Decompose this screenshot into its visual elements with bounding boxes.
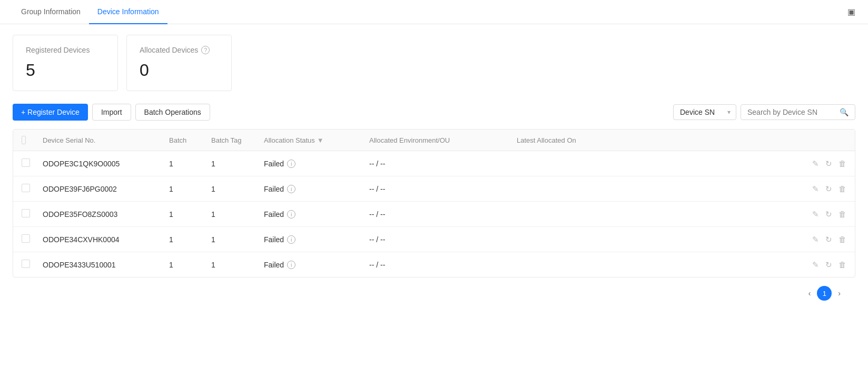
row-status-4: Failed i xyxy=(255,261,361,269)
row-actions-1: ✎ ↻ 🗑 xyxy=(614,184,855,194)
chevron-down-icon: ▾ xyxy=(727,108,731,116)
register-device-button[interactable]: + Register Device xyxy=(13,104,88,121)
stats-row: Registered Devices 5 Allocated Devices ?… xyxy=(13,35,855,91)
registered-devices-label: Registered Devices xyxy=(26,46,105,54)
edit-icon-2[interactable]: ✎ xyxy=(812,210,819,219)
row-batch-tag-3: 1 xyxy=(203,235,255,244)
row-checkbox-1[interactable] xyxy=(22,184,30,192)
row-checkbox-4[interactable] xyxy=(22,260,30,268)
search-icon: 🔍 xyxy=(840,108,849,116)
row-serial-2: ODOPE35FO8ZS0003 xyxy=(34,210,161,219)
col-serial: Device Serial No. xyxy=(34,136,161,144)
table-row: ODOPE39FJ6PG0002 1 1 Failed i -- / -- ✎ … xyxy=(13,176,855,202)
row-batch-tag-4: 1 xyxy=(203,261,255,269)
main-content: Registered Devices 5 Allocated Devices ?… xyxy=(0,24,868,320)
settings-icon[interactable]: ▣ xyxy=(847,7,855,17)
refresh-icon-0[interactable]: ↻ xyxy=(825,159,832,168)
search-filter-label: Device SN xyxy=(680,108,715,116)
row-checkbox-cell xyxy=(13,234,34,244)
page-1-button[interactable]: 1 xyxy=(817,286,832,301)
table-header: Device Serial No. Batch Batch Tag Alloca… xyxy=(13,130,855,151)
refresh-icon-1[interactable]: ↻ xyxy=(825,184,832,194)
refresh-icon-4[interactable]: ↻ xyxy=(825,260,832,270)
row-status-2: Failed i xyxy=(255,210,361,219)
row-checkbox-cell xyxy=(13,209,34,219)
delete-icon-4[interactable]: 🗑 xyxy=(839,260,846,269)
tabs-bar: Group Information Device Information ▣ xyxy=(0,0,868,24)
allocated-devices-label: Allocated Devices ? xyxy=(140,46,219,54)
row-checkbox-2[interactable] xyxy=(22,209,30,217)
row-serial-4: ODOPE3433U510001 xyxy=(34,261,161,269)
col-batch: Batch xyxy=(161,136,203,144)
allocated-info-icon[interactable]: ? xyxy=(201,46,210,54)
col-checkbox xyxy=(13,136,34,144)
search-input[interactable] xyxy=(747,108,840,116)
next-page-button[interactable]: › xyxy=(836,289,843,297)
pagination: ‹ 1 › xyxy=(13,277,855,309)
row-checkbox-3[interactable] xyxy=(22,234,30,243)
row-batch-tag-2: 1 xyxy=(203,210,255,219)
header-checkbox[interactable] xyxy=(22,136,26,144)
col-alloc-env: Allocated Environment/OU xyxy=(361,136,508,144)
toolbar: + Register Device Import Batch Operation… xyxy=(13,104,855,121)
search-box: 🔍 xyxy=(741,104,855,120)
row-actions-2: ✎ ↻ 🗑 xyxy=(614,210,855,219)
table-row: ODOPE35FO8ZS0003 1 1 Failed i -- / -- ✎ … xyxy=(13,202,855,227)
col-alloc-status: Allocation Status ▼ xyxy=(255,136,361,144)
import-button[interactable]: Import xyxy=(92,104,131,121)
row-serial-0: ODOPE3C1QK9O0005 xyxy=(34,160,161,168)
status-info-icon-3[interactable]: i xyxy=(287,235,295,244)
stat-card-registered: Registered Devices 5 xyxy=(13,35,118,91)
row-checkbox-cell xyxy=(13,158,34,168)
delete-icon-2[interactable]: 🗑 xyxy=(839,210,846,219)
col-batch-tag: Batch Tag xyxy=(203,136,255,144)
device-table: Device Serial No. Batch Batch Tag Alloca… xyxy=(13,129,855,277)
refresh-icon-2[interactable]: ↻ xyxy=(825,210,832,219)
row-env-4: -- / -- xyxy=(361,261,508,269)
edit-icon-0[interactable]: ✎ xyxy=(812,159,819,168)
row-batch-2: 1 xyxy=(161,210,203,219)
row-env-2: -- / -- xyxy=(361,210,508,219)
prev-page-button[interactable]: ‹ xyxy=(806,289,813,297)
row-actions-3: ✎ ↻ 🗑 xyxy=(614,235,855,244)
table-body: ODOPE3C1QK9O0005 1 1 Failed i -- / -- ✎ … xyxy=(13,151,855,277)
tab-group-information[interactable]: Group Information xyxy=(13,0,89,24)
batch-operations-button[interactable]: Batch Operations xyxy=(135,104,210,121)
delete-icon-3[interactable]: 🗑 xyxy=(839,235,846,244)
search-filter-select[interactable]: Device SN ▾ xyxy=(673,104,736,120)
row-actions-0: ✎ ↻ 🗑 xyxy=(614,159,855,168)
row-batch-1: 1 xyxy=(161,185,203,193)
status-info-icon-0[interactable]: i xyxy=(287,160,295,168)
row-batch-4: 1 xyxy=(161,261,203,269)
tab-device-information[interactable]: Device Information xyxy=(89,0,167,24)
row-batch-tag-1: 1 xyxy=(203,185,255,193)
row-env-3: -- / -- xyxy=(361,235,508,244)
table-row: ODOPE3C1QK9O0005 1 1 Failed i -- / -- ✎ … xyxy=(13,151,855,176)
row-batch-tag-0: 1 xyxy=(203,160,255,168)
row-checkbox-0[interactable] xyxy=(22,158,30,167)
stat-card-allocated: Allocated Devices ? 0 xyxy=(126,35,232,91)
edit-icon-4[interactable]: ✎ xyxy=(812,260,819,270)
allocated-devices-value: 0 xyxy=(140,61,219,80)
col-actions xyxy=(614,136,855,144)
row-env-0: -- / -- xyxy=(361,160,508,168)
status-info-icon-2[interactable]: i xyxy=(287,210,295,219)
row-checkbox-cell xyxy=(13,184,34,194)
edit-icon-3[interactable]: ✎ xyxy=(812,235,819,244)
edit-icon-1[interactable]: ✎ xyxy=(812,184,819,194)
table-row: ODOPE3433U510001 1 1 Failed i -- / -- ✎ … xyxy=(13,252,855,277)
alloc-status-filter-icon[interactable]: ▼ xyxy=(317,136,324,144)
registered-devices-value: 5 xyxy=(26,61,105,80)
row-serial-1: ODOPE39FJ6PG0002 xyxy=(34,185,161,193)
status-info-icon-1[interactable]: i xyxy=(287,185,295,193)
delete-icon-0[interactable]: 🗑 xyxy=(839,159,846,168)
col-latest-alloc: Latest Allocated On xyxy=(508,136,614,144)
delete-icon-1[interactable]: 🗑 xyxy=(839,184,846,193)
table-row: ODOPE34CXVHK0004 1 1 Failed i -- / -- ✎ … xyxy=(13,227,855,252)
row-actions-4: ✎ ↻ 🗑 xyxy=(614,260,855,270)
row-serial-3: ODOPE34CXVHK0004 xyxy=(34,235,161,244)
row-batch-3: 1 xyxy=(161,235,203,244)
status-info-icon-4[interactable]: i xyxy=(287,261,295,269)
row-checkbox-cell xyxy=(13,260,34,270)
refresh-icon-3[interactable]: ↻ xyxy=(825,235,832,244)
